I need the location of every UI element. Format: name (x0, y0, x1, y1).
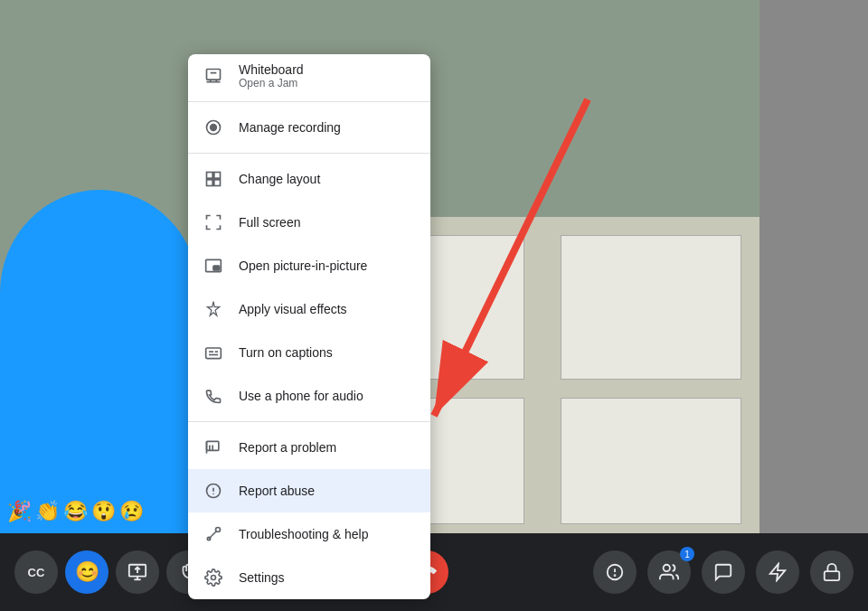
phone-audio-label: Use a phone for audio (239, 389, 363, 403)
sparkle-icon (203, 298, 224, 320)
menu-item-report-abuse[interactable]: Report abuse (188, 469, 430, 512)
menu-item-full-screen[interactable]: Full screen (188, 201, 430, 244)
captions-icon (203, 342, 224, 363)
svg-point-35 (664, 565, 670, 571)
whiteboard-sublabel: Open a Jam (239, 77, 304, 89)
svg-point-23 (213, 494, 214, 494)
svg-rect-10 (214, 180, 221, 186)
menu-item-pip[interactable]: Open picture-in-picture (188, 244, 430, 287)
svg-rect-0 (207, 70, 221, 80)
report-problem-label: Report a problem (239, 440, 336, 455)
chat-button[interactable] (702, 550, 745, 594)
whiteboard-icon (203, 65, 224, 87)
menu-item-troubleshooting[interactable]: Troubleshooting & help (188, 512, 430, 556)
manage-recording-label: Manage recording (239, 120, 341, 135)
svg-marker-36 (770, 564, 786, 580)
troubleshooting-label: Troubleshooting & help (239, 527, 368, 541)
lock-button[interactable] (810, 550, 854, 594)
whiteboard-label: Whiteboard (239, 62, 304, 77)
emoji-reaction-button[interactable]: 😊 (65, 550, 108, 594)
settings-label: Settings (239, 570, 285, 585)
wrench-icon (203, 523, 224, 545)
menu-item-whiteboard[interactable]: Whiteboard Open a Jam (188, 54, 430, 98)
people-button-wrapper: 1 (647, 550, 691, 594)
menu-item-change-layout[interactable]: Change layout (188, 157, 430, 201)
emoji-clap[interactable]: 👏 (35, 500, 60, 523)
emoji-wow[interactable]: 😲 (91, 500, 116, 523)
layout-icon (203, 168, 224, 190)
info-button[interactable] (593, 550, 637, 594)
toolbar-right: 1 (593, 550, 854, 594)
side-panel (760, 0, 868, 533)
document-4 (561, 398, 741, 524)
context-menu: Whiteboard Open a Jam Manage recording C… (188, 54, 430, 599)
svg-point-34 (615, 575, 616, 576)
document-2 (561, 235, 741, 380)
warning-icon (203, 480, 224, 502)
emoji-party[interactable]: 🎉 (7, 500, 32, 523)
menu-item-report-problem[interactable]: Report a problem (188, 426, 430, 469)
bottom-toolbar: CC 😊 ⋮ (0, 533, 868, 611)
pip-icon (203, 255, 224, 277)
menu-item-visual-effects[interactable]: Apply visual effects (188, 287, 430, 331)
report-abuse-label: Report abuse (239, 484, 315, 498)
flag-icon (203, 437, 224, 458)
pip-label: Open picture-in-picture (239, 258, 367, 273)
svg-point-26 (212, 576, 216, 580)
people-badge: 1 (680, 547, 694, 561)
gear-icon (203, 567, 224, 588)
svg-point-6 (211, 125, 217, 131)
captions-label: Turn on captions (239, 345, 333, 360)
divider-2 (188, 153, 430, 154)
svg-rect-8 (214, 173, 221, 179)
full-screen-label: Full screen (239, 215, 300, 230)
emoji-sad[interactable]: 😢 (119, 500, 144, 523)
menu-item-captions[interactable]: Turn on captions (188, 331, 430, 374)
change-layout-label: Change layout (239, 172, 320, 186)
menu-item-settings[interactable]: Settings (188, 556, 430, 599)
svg-rect-13 (206, 348, 222, 359)
menu-item-phone-audio[interactable]: Use a phone for audio (188, 374, 430, 418)
fullscreen-icon (203, 212, 224, 233)
captions-button[interactable]: CC (14, 550, 58, 594)
whiteboard-text-stack: Whiteboard Open a Jam (239, 62, 304, 89)
svg-rect-7 (207, 173, 213, 179)
menu-item-manage-recording[interactable]: Manage recording (188, 106, 430, 149)
divider-3 (188, 421, 430, 422)
svg-rect-37 (825, 571, 840, 580)
person-silhouette (0, 190, 199, 533)
divider-1 (188, 101, 430, 102)
svg-rect-9 (207, 180, 213, 186)
phone-icon (203, 385, 224, 407)
share-screen-button[interactable] (116, 550, 159, 594)
activities-button[interactable] (756, 550, 799, 594)
emoji-laugh[interactable]: 😂 (63, 500, 88, 523)
svg-rect-12 (213, 266, 220, 270)
record-icon (203, 117, 224, 138)
visual-effects-label: Apply visual effects (239, 302, 347, 316)
